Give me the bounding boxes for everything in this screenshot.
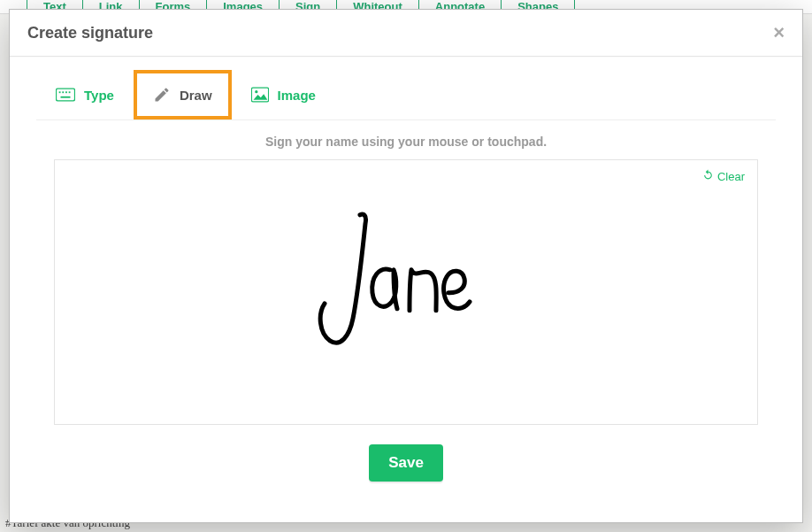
- modal-header: Create signature ×: [10, 10, 802, 57]
- tab-draw-label: Draw: [180, 88, 212, 103]
- modal-body: Type Draw Image: [10, 57, 802, 522]
- svg-rect-1: [59, 91, 61, 93]
- tab-image-label: Image: [278, 88, 316, 103]
- clear-label: Clear: [717, 170, 745, 183]
- signature-stroke: [309, 208, 503, 359]
- tab-draw[interactable]: Draw: [134, 70, 232, 120]
- draw-instruction: Sign your name using your mouse or touch…: [36, 135, 776, 149]
- svg-rect-0: [56, 89, 74, 101]
- keyboard-icon: [56, 88, 75, 102]
- save-button[interactable]: Save: [369, 444, 443, 482]
- svg-rect-3: [65, 91, 67, 93]
- tab-type-label: Type: [84, 88, 114, 103]
- svg-rect-4: [69, 91, 71, 93]
- close-icon[interactable]: ×: [773, 23, 785, 42]
- signature-method-tabs: Type Draw Image: [36, 70, 776, 120]
- svg-rect-5: [61, 96, 71, 98]
- tab-image[interactable]: Image: [232, 71, 335, 119]
- create-signature-modal: Create signature × Type: [9, 9, 803, 523]
- modal-title: Create signature: [27, 24, 153, 42]
- signature-canvas[interactable]: Clear: [54, 159, 758, 425]
- svg-rect-2: [62, 91, 64, 93]
- clear-button[interactable]: Clear: [702, 169, 745, 183]
- undo-icon: [702, 169, 714, 183]
- image-icon: [251, 87, 269, 103]
- svg-point-7: [255, 90, 257, 93]
- tab-type[interactable]: Type: [36, 72, 134, 119]
- pencil-icon: [153, 86, 171, 104]
